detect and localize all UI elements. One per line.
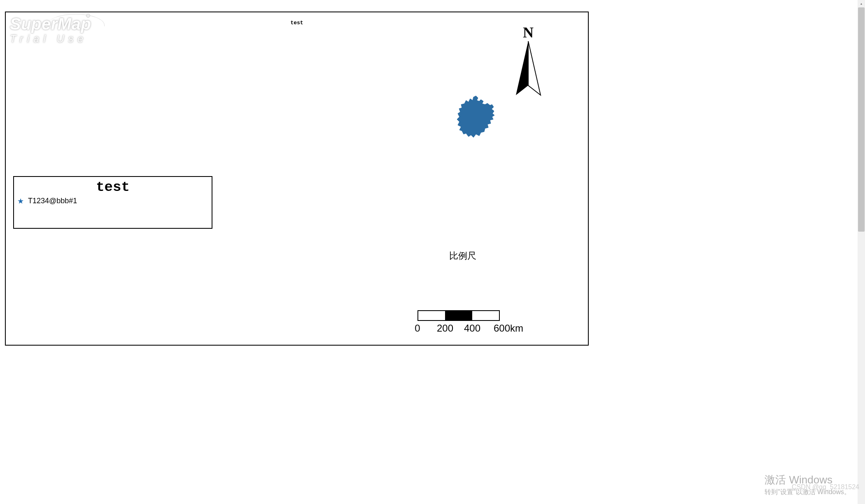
- scale-ticks: 0 200 400 600 km: [417, 323, 520, 334]
- legend-title: test: [17, 179, 208, 195]
- svg-marker-1: [528, 41, 541, 95]
- scale-tick-1: 200: [437, 323, 453, 334]
- trial-label: Trial Use: [10, 34, 91, 44]
- scale-bar: 0 200 400 600 km: [417, 310, 520, 334]
- map-layout-frame[interactable]: SuperMap Trial Use test N test ★ T1234@b…: [5, 12, 589, 346]
- brand-watermark: SuperMap Trial Use: [10, 16, 91, 44]
- os-activation-line2: 转到"设置"以激活 Windows。: [765, 488, 851, 497]
- compass-arrow-icon: [508, 41, 549, 103]
- brand-arc-icon: [47, 14, 105, 26]
- legend-item: ★ T1234@bbb#1: [17, 197, 208, 205]
- map-region[interactable]: [452, 95, 501, 144]
- scrollbar-thumb[interactable]: [858, 7, 865, 232]
- vertical-scrollbar[interactable]: ▴: [858, 0, 865, 504]
- scale-tick-2: 400: [464, 323, 480, 334]
- brand-name: SuperMap: [10, 16, 91, 32]
- os-activation-watermark: 激活 Windows 转到"设置"以激活 Windows。: [765, 473, 851, 497]
- svg-marker-0: [516, 41, 528, 95]
- scale-bar-graphic: [417, 310, 500, 321]
- brand-dot-icon: [86, 14, 90, 18]
- map-title: test: [290, 20, 303, 26]
- scale-unit: km: [510, 323, 523, 334]
- region-polygon-icon: [452, 95, 501, 144]
- os-activation-line1: 激活 Windows: [765, 473, 851, 487]
- north-letter: N: [506, 24, 551, 41]
- scale-tick-3: 600: [494, 323, 510, 334]
- scale-label: 比例尺: [449, 250, 476, 262]
- attribution-watermark: CSDN @qq_52181524: [792, 483, 859, 491]
- scale-segment-2: [472, 311, 499, 320]
- scroll-up-arrow[interactable]: ▴: [858, 0, 865, 7]
- legend-box[interactable]: test ★ T1234@bbb#1: [13, 176, 212, 229]
- legend-item-label: T1234@bbb#1: [28, 197, 77, 205]
- scale-tick-0: 0: [415, 323, 420, 334]
- north-arrow: N: [506, 24, 551, 105]
- scale-segment-0: [418, 311, 445, 320]
- legend-star-icon: ★: [17, 197, 24, 205]
- scale-segment-1: [445, 311, 472, 320]
